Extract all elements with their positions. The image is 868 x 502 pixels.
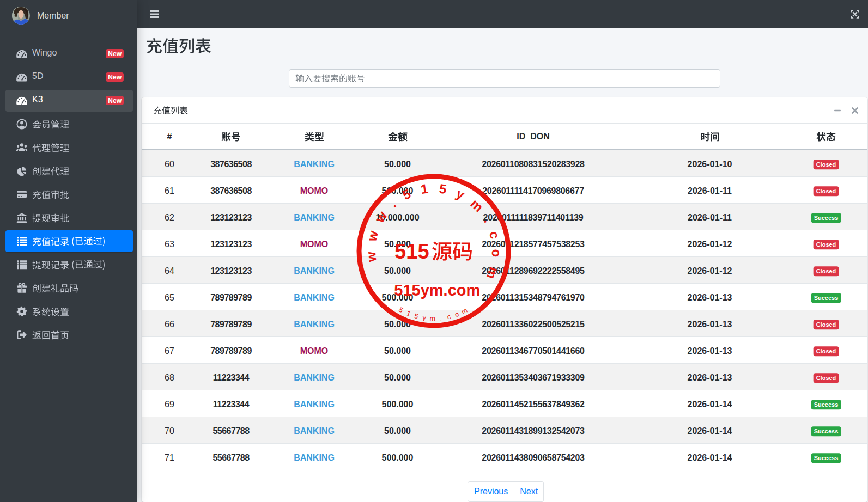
svg-text:o: o [489,249,503,258]
svg-text:5: 5 [400,186,413,202]
svg-text:5: 5 [413,312,418,320]
svg-text:c: c [486,229,502,240]
svg-text:m: m [483,265,501,281]
svg-text:5: 5 [438,181,447,197]
svg-text:1: 1 [405,309,411,318]
svg-text:m: m [468,195,486,214]
svg-text:w: w [364,229,381,243]
svg-text:1: 1 [420,181,429,197]
svg-text:m: m [429,314,435,322]
svg-text:w: w [372,208,390,225]
svg-text:m: m [460,306,469,315]
svg-text:o: o [453,310,459,319]
svg-text:515: 515 [394,240,429,262]
svg-text:515ym.com: 515ym.com [394,281,480,299]
svg-text:.: . [439,314,442,322]
svg-text:c: c [446,313,451,321]
svg-text:5: 5 [397,305,404,314]
svg-text:.: . [481,215,496,225]
svg-text:y: y [454,186,467,202]
svg-text:w: w [363,250,379,262]
svg-text:y: y [422,314,427,322]
svg-text:.: . [386,197,399,210]
